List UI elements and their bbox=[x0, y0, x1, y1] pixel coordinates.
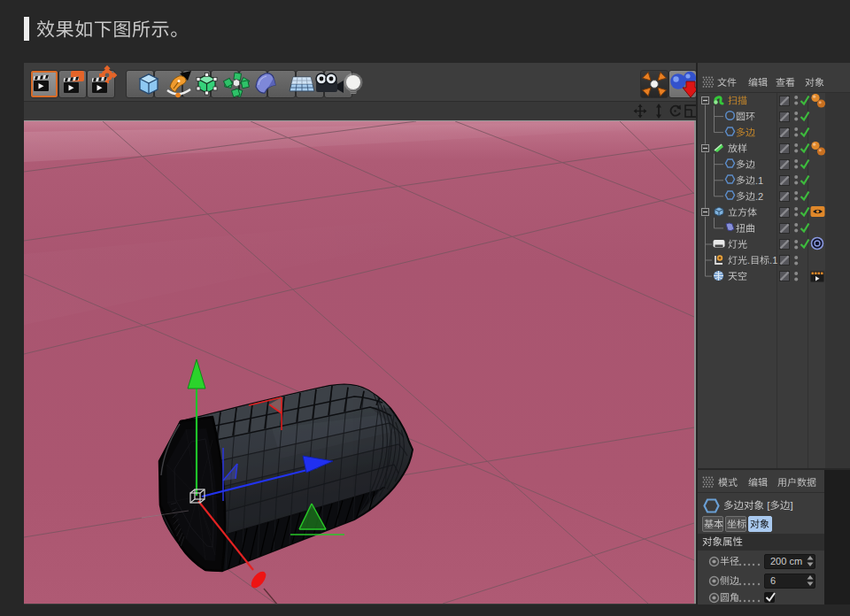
svg-text:[: [ bbox=[764, 500, 770, 511]
svg-text:]: ] bbox=[790, 500, 792, 511]
svg-text:.1: .1 bbox=[755, 175, 763, 186]
svg-text:.2: .2 bbox=[755, 191, 763, 202]
svg-text:.1: .1 bbox=[769, 255, 777, 266]
svg-text:.: . bbox=[747, 255, 750, 266]
